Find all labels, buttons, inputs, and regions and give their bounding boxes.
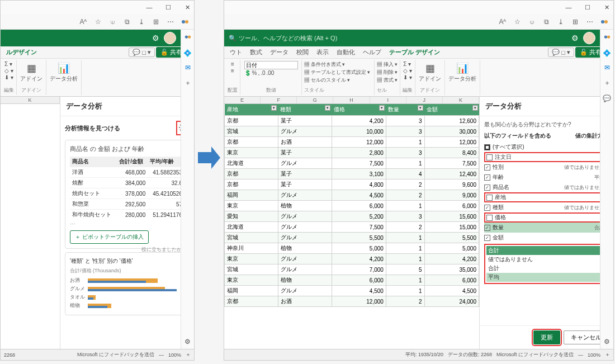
comments-button[interactable]: 💬 □ ▾ <box>548 48 574 57</box>
table-row[interactable]: 京都菓子4,200312,600 <box>225 116 479 126</box>
column-header[interactable]: 種類▾ <box>278 104 332 116</box>
table-row[interactable]: 北海道グルメ7,500215,000 <box>225 222 479 233</box>
field-性別[interactable]: 性別 値ではありません ▾ <box>484 162 609 172</box>
field-金額[interactable]: 金額 <box>484 233 609 243</box>
helpful-text[interactable]: 役に立ちましたか? <box>141 246 184 253</box>
field-数量[interactable]: 数量 合計 ▾ <box>484 223 609 233</box>
table-row[interactable]: 京都菓子4,80029,600 <box>225 179 479 190</box>
outlook-rail-icon[interactable]: ✉ <box>185 64 191 72</box>
table-row[interactable]: 宮城グルメ7,000535,000 <box>225 264 479 275</box>
maximize-button[interactable]: ☐ <box>164 3 173 12</box>
rail-icon-1[interactable]: 💠 <box>183 49 192 57</box>
aggregation-dropdown[interactable]: 合計▾ 値ではありません 合計 平均 <box>484 244 609 284</box>
insert-cells-button[interactable]: ▦ 挿入 ▾ <box>377 61 398 68</box>
delete-cells-button[interactable]: ▦ 削除 ▾ <box>377 69 398 76</box>
tab-layout[interactable]: ウト <box>226 47 245 58</box>
column-header[interactable]: 金額▾ <box>424 104 479 116</box>
copilot-rail-icon[interactable] <box>184 33 192 42</box>
feedback-link[interactable]: Microsoft にフィードバックを送信 <box>77 351 154 358</box>
clear-icon[interactable]: ◇ ▾ <box>4 68 13 74</box>
column-header[interactable]: 産地▾ <box>225 104 278 116</box>
percent-icon[interactable]: % <box>252 70 257 76</box>
currency-icon[interactable]: 💲 <box>244 70 251 76</box>
cell-style-button[interactable]: ▦ セルのスタイル ▾ <box>304 77 370 84</box>
table-row[interactable]: 東京グルメ4,20014,200 <box>225 254 479 264</box>
more-icon[interactable]: ⋯ <box>166 17 175 26</box>
close-button[interactable]: ✕ <box>602 3 611 12</box>
table-row[interactable]: 愛知グルメ5,200315,600 <box>225 211 479 222</box>
field-年齢[interactable]: 年齢 平均 ▾ <box>484 172 609 182</box>
table-row[interactable]: 東京植物6,00016,000 <box>225 201 479 211</box>
rail-settings-icon[interactable]: ⚙ <box>184 338 191 346</box>
column-header[interactable]: 価格▾ <box>332 104 386 116</box>
table-row[interactable]: 宮城グルメ10,000330,000 <box>225 126 479 137</box>
extensions-icon[interactable]: ⊞ <box>152 17 160 26</box>
search-box[interactable]: 🔍 ツール、ヘルプなどの検索 (Alt + Q) <box>229 34 567 42</box>
checkbox[interactable] <box>486 154 493 160</box>
fill-icon[interactable]: ⬇ ▾ <box>403 74 412 81</box>
rail-settings-icon[interactable]: ⚙ <box>604 338 610 346</box>
checkbox-select-all[interactable] <box>484 144 490 150</box>
more-icon[interactable]: ⋯ <box>585 17 594 26</box>
checkbox[interactable] <box>486 215 493 221</box>
addins-button[interactable]: ▦アドイン <box>418 61 442 84</box>
rail-chat-icon[interactable]: 💬 <box>603 94 611 102</box>
copilot-icon[interactable] <box>600 17 609 26</box>
worksheet[interactable]: K <box>1 97 60 349</box>
data-table[interactable]: 産地▾種類▾価格▾数量▾金額▾ 京都菓子4,200312,600宮城グルメ10,… <box>224 104 479 307</box>
collections-icon[interactable]: ⟒ <box>527 17 536 26</box>
minimize-button[interactable]: — <box>564 3 573 12</box>
favorite-icon[interactable]: ☆ <box>513 17 522 26</box>
tab-help[interactable]: ヘルプ <box>359 47 385 58</box>
outlook-rail-icon[interactable]: ✉ <box>604 64 610 72</box>
field-種類[interactable]: 種類 値ではありません ▾ <box>484 202 609 212</box>
table-row[interactable]: 京都菓子3,100412,400 <box>225 169 479 179</box>
analyze-data-button[interactable]: 📊データ分析 <box>447 61 477 84</box>
copilot-icon[interactable] <box>181 17 190 26</box>
tab-view[interactable]: 表示 <box>313 47 332 58</box>
downloads-icon[interactable]: ⤓ <box>556 17 565 26</box>
field-商品名[interactable]: 商品名 値ではありません ▾ <box>484 182 609 192</box>
minimize-button[interactable]: — <box>145 3 154 12</box>
feedback-link[interactable]: Microsoft にフィードバックを送信 <box>496 351 574 358</box>
comma-icon[interactable]: , <box>258 70 259 76</box>
maximize-button[interactable]: ☐ <box>583 3 592 12</box>
fill-icon[interactable]: ⬇ ▾ <box>4 74 13 81</box>
settings-icon[interactable]: ⚙ <box>571 34 579 42</box>
field-select-all[interactable]: (すべて選択) <box>484 142 609 152</box>
cond-format-button[interactable]: ▦ 条件付き書式 ▾ <box>304 61 370 68</box>
table-row[interactable]: 神奈川植物5,00015,000 <box>225 243 479 254</box>
comments-button[interactable]: 💬 □ ▾ <box>129 48 155 57</box>
table-row[interactable]: 北海道グルメ7,50017,500 <box>225 158 479 169</box>
settings-icon[interactable]: ⚙ <box>152 34 159 42</box>
table-row[interactable]: 東京植物6,00016,000 <box>225 275 479 286</box>
agg-option-notvalue[interactable]: 値ではありません <box>486 255 607 264</box>
tab-data[interactable]: データ <box>267 47 292 58</box>
rail-add-icon[interactable]: ＋ <box>604 78 611 88</box>
zoom-in[interactable]: ＋ <box>605 351 610 358</box>
halign-icon[interactable]: ≡ <box>231 68 234 74</box>
field-産地[interactable]: 産地 <box>484 192 609 202</box>
rail-add-icon[interactable]: ＋ <box>184 78 191 88</box>
checkbox[interactable] <box>484 185 490 191</box>
tab-table-design[interactable]: テーブル デザイン <box>386 47 443 58</box>
clear-icon[interactable]: ◇ ▾ <box>403 68 412 74</box>
table-row[interactable]: 東京菓子2,80038,400 <box>225 148 479 158</box>
text-size-icon[interactable]: Aᴬ <box>79 17 88 26</box>
table-format-button[interactable]: ▦ テーブルとして書式設定 ▾ <box>304 69 370 76</box>
table-row[interactable]: 宮城グルメ5,50015,500 <box>225 233 479 243</box>
insert-pivot-button[interactable]: ＋ ピボットテーブルの挿入 <box>70 230 149 244</box>
autosum-icon[interactable]: Σ ▾ <box>4 61 12 67</box>
collections-icon[interactable]: ⟒ <box>108 17 117 26</box>
extensions-icon[interactable]: ⊞ <box>571 17 580 26</box>
agg-option-avg[interactable]: 平均 <box>486 273 607 282</box>
autosum-icon[interactable]: Σ ▾ <box>403 61 411 67</box>
checkbox[interactable] <box>484 205 490 211</box>
rail-icon-1[interactable]: 💠 <box>603 49 611 57</box>
checkbox[interactable] <box>484 164 490 171</box>
favorite-icon[interactable]: ☆ <box>93 17 102 26</box>
close-button[interactable]: ✕ <box>183 3 192 12</box>
tabs-icon[interactable]: ⧉ <box>122 17 131 26</box>
analyze-data-button[interactable]: 📊データ分析 <box>49 61 79 84</box>
update-button[interactable]: 更新 <box>533 330 560 344</box>
